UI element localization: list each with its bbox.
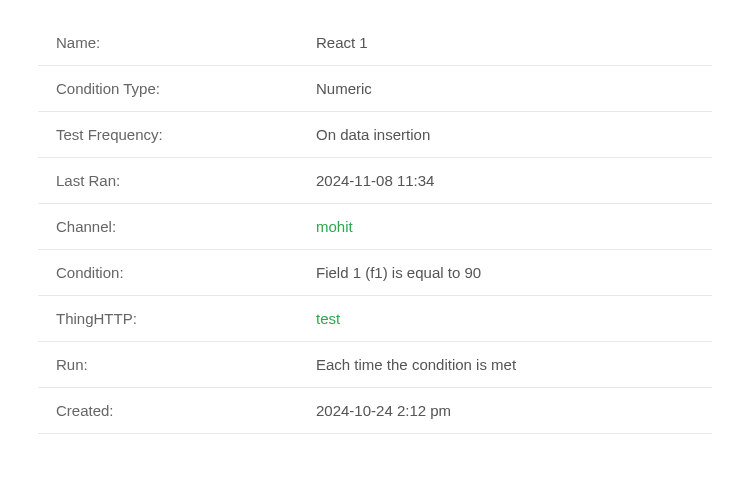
test-frequency-label: Test Frequency: — [56, 126, 316, 143]
thinghttp-label: ThingHTTP: — [56, 310, 316, 327]
row-last-ran: Last Ran: 2024-11-08 11:34 — [38, 158, 712, 204]
condition-type-value: Numeric — [316, 80, 694, 97]
created-label: Created: — [56, 402, 316, 419]
react-details-table: Name: React 1 Condition Type: Numeric Te… — [38, 20, 712, 434]
channel-link[interactable]: mohit — [316, 218, 694, 235]
channel-label: Channel: — [56, 218, 316, 235]
condition-label: Condition: — [56, 264, 316, 281]
row-test-frequency: Test Frequency: On data insertion — [38, 112, 712, 158]
row-run: Run: Each time the condition is met — [38, 342, 712, 388]
name-value: React 1 — [316, 34, 694, 51]
last-ran-label: Last Ran: — [56, 172, 316, 189]
test-frequency-value: On data insertion — [316, 126, 694, 143]
last-ran-value: 2024-11-08 11:34 — [316, 172, 694, 189]
row-condition-type: Condition Type: Numeric — [38, 66, 712, 112]
row-name: Name: React 1 — [38, 20, 712, 66]
condition-type-label: Condition Type: — [56, 80, 316, 97]
thinghttp-link[interactable]: test — [316, 310, 694, 327]
condition-value: Field 1 (f1) is equal to 90 — [316, 264, 694, 281]
row-thinghttp: ThingHTTP: test — [38, 296, 712, 342]
name-label: Name: — [56, 34, 316, 51]
row-channel: Channel: mohit — [38, 204, 712, 250]
run-value: Each time the condition is met — [316, 356, 694, 373]
created-value: 2024-10-24 2:12 pm — [316, 402, 694, 419]
run-label: Run: — [56, 356, 316, 373]
row-created: Created: 2024-10-24 2:12 pm — [38, 388, 712, 434]
row-condition: Condition: Field 1 (f1) is equal to 90 — [38, 250, 712, 296]
